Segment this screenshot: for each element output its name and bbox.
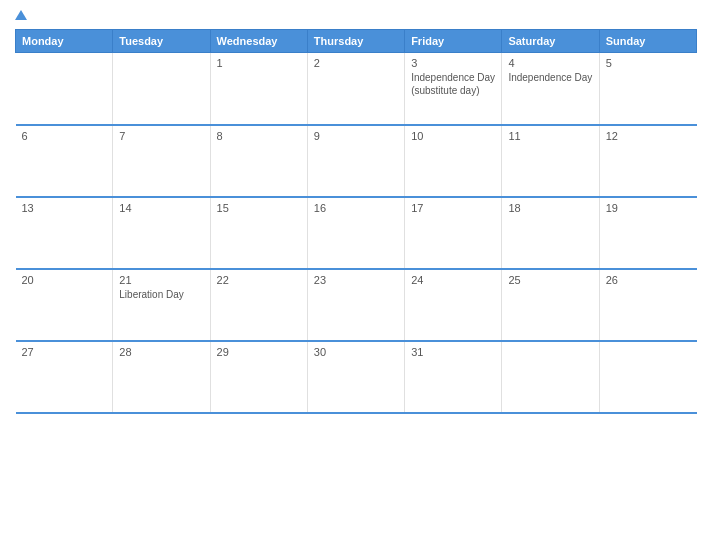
day-cell: 9 (307, 125, 404, 197)
day-number: 7 (119, 130, 203, 142)
column-header-thursday: Thursday (307, 30, 404, 53)
day-cell: 19 (599, 197, 696, 269)
week-row-2: 6789101112 (16, 125, 697, 197)
calendar-table: MondayTuesdayWednesdayThursdayFridaySatu… (15, 29, 697, 414)
day-cell: 20 (16, 269, 113, 341)
day-cell: 17 (405, 197, 502, 269)
day-number: 4 (508, 57, 592, 69)
day-number: 2 (314, 57, 398, 69)
day-cell: 6 (16, 125, 113, 197)
day-number: 21 (119, 274, 203, 286)
day-number: 22 (217, 274, 301, 286)
day-cell: 5 (599, 53, 696, 125)
day-number: 13 (22, 202, 107, 214)
day-number: 12 (606, 130, 691, 142)
day-number: 28 (119, 346, 203, 358)
day-number: 27 (22, 346, 107, 358)
day-number: 10 (411, 130, 495, 142)
day-number: 20 (22, 274, 107, 286)
header-row: MondayTuesdayWednesdayThursdayFridaySatu… (16, 30, 697, 53)
day-number: 14 (119, 202, 203, 214)
day-cell: 12 (599, 125, 696, 197)
day-cell (599, 341, 696, 413)
day-cell: 29 (210, 341, 307, 413)
day-cell: 28 (113, 341, 210, 413)
calendar-body: 123Independence Day (substitute day)4Ind… (16, 53, 697, 413)
logo (15, 10, 29, 21)
week-row-5: 2728293031 (16, 341, 697, 413)
day-cell (16, 53, 113, 125)
column-header-saturday: Saturday (502, 30, 599, 53)
day-number: 31 (411, 346, 495, 358)
day-cell: 16 (307, 197, 404, 269)
day-number: 9 (314, 130, 398, 142)
column-header-tuesday: Tuesday (113, 30, 210, 53)
day-cell: 3Independence Day (substitute day) (405, 53, 502, 125)
week-row-3: 13141516171819 (16, 197, 697, 269)
day-number: 17 (411, 202, 495, 214)
day-cell: 14 (113, 197, 210, 269)
day-cell: 7 (113, 125, 210, 197)
week-row-4: 2021Liberation Day2223242526 (16, 269, 697, 341)
day-cell: 27 (16, 341, 113, 413)
day-cell: 24 (405, 269, 502, 341)
day-cell: 2 (307, 53, 404, 125)
holiday-label: Independence Day (substitute day) (411, 72, 495, 96)
day-cell: 23 (307, 269, 404, 341)
day-number: 23 (314, 274, 398, 286)
day-cell: 15 (210, 197, 307, 269)
holiday-label: Independence Day (508, 72, 592, 83)
day-number: 5 (606, 57, 691, 69)
logo-triangle-icon (15, 10, 27, 20)
day-cell: 11 (502, 125, 599, 197)
day-cell: 30 (307, 341, 404, 413)
day-number: 19 (606, 202, 691, 214)
day-cell: 21Liberation Day (113, 269, 210, 341)
day-cell: 13 (16, 197, 113, 269)
column-header-wednesday: Wednesday (210, 30, 307, 53)
day-cell: 18 (502, 197, 599, 269)
calendar-header: MondayTuesdayWednesdayThursdayFridaySatu… (16, 30, 697, 53)
day-cell: 1 (210, 53, 307, 125)
day-number: 15 (217, 202, 301, 214)
day-cell (502, 341, 599, 413)
column-header-friday: Friday (405, 30, 502, 53)
logo-blue-text (15, 10, 29, 21)
day-number: 18 (508, 202, 592, 214)
day-cell (113, 53, 210, 125)
day-number: 1 (217, 57, 301, 69)
day-number: 6 (22, 130, 107, 142)
day-number: 11 (508, 130, 592, 142)
day-number: 29 (217, 346, 301, 358)
day-cell: 4Independence Day (502, 53, 599, 125)
week-row-1: 123Independence Day (substitute day)4Ind… (16, 53, 697, 125)
column-header-monday: Monday (16, 30, 113, 53)
calendar-page: MondayTuesdayWednesdayThursdayFridaySatu… (0, 0, 712, 550)
holiday-label: Liberation Day (119, 289, 183, 300)
header (15, 10, 697, 21)
day-number: 30 (314, 346, 398, 358)
day-number: 25 (508, 274, 592, 286)
day-cell: 8 (210, 125, 307, 197)
day-cell: 26 (599, 269, 696, 341)
day-cell: 31 (405, 341, 502, 413)
day-cell: 22 (210, 269, 307, 341)
day-cell: 10 (405, 125, 502, 197)
day-number: 24 (411, 274, 495, 286)
day-cell: 25 (502, 269, 599, 341)
day-number: 26 (606, 274, 691, 286)
day-number: 3 (411, 57, 495, 69)
day-number: 8 (217, 130, 301, 142)
day-number: 16 (314, 202, 398, 214)
column-header-sunday: Sunday (599, 30, 696, 53)
